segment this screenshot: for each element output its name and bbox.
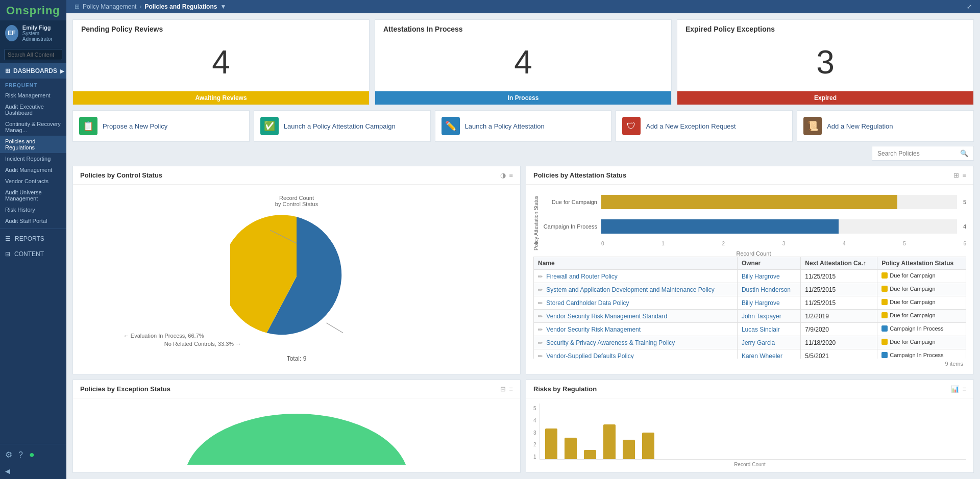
chart-attestation-status: Policies by Attestation Status ⊞ ≡ Polic… xyxy=(526,166,974,374)
propose-policy-button[interactable]: 📋 Propose a New Policy xyxy=(72,110,250,142)
breadcrumb: ⊞ Policy Management › Policies and Regul… xyxy=(75,3,226,10)
owner-link[interactable]: Karen Wheeler xyxy=(742,352,782,359)
policy-name-link[interactable]: Vendor Security Risk Management Standard xyxy=(546,313,667,320)
add-exception-request-button[interactable]: 🛡 Add a New Exception Request xyxy=(616,110,793,142)
dashboards-nav[interactable]: ⊞ DASHBOARDS ▶ xyxy=(0,63,66,79)
col-name[interactable]: Name xyxy=(534,257,738,270)
breadcrumb-policy-management[interactable]: Policy Management xyxy=(83,3,136,10)
topbar-expand-icon[interactable]: ⤢ xyxy=(967,3,972,10)
owner-link[interactable]: Dustin Henderson xyxy=(742,286,791,293)
chart-control-body: Record Countby Control Status ← Evaluati… xyxy=(73,185,520,372)
table-cell-status: Due for Campaign xyxy=(877,296,966,310)
dashboard-icon: ⊞ xyxy=(5,67,10,74)
edit-icon[interactable]: ✏ xyxy=(538,313,543,319)
col-owner[interactable]: Owner xyxy=(737,257,800,270)
menu-icon[interactable]: ≡ xyxy=(962,385,966,393)
owner-link[interactable]: Billy Hargrove xyxy=(742,273,780,280)
launch-attestation-campaign-button[interactable]: ✅ Launch a Policy Attestation Campaign xyxy=(254,110,431,142)
table-cell-date: 5/5/2021 xyxy=(801,349,877,359)
sidebar-item-risk-management[interactable]: Risk Management xyxy=(0,90,66,101)
sidebar-item-audit-universe[interactable]: Audit Universe Management xyxy=(0,187,66,204)
risk-bar-fill-3 xyxy=(584,450,596,459)
edit-icon[interactable]: ✏ xyxy=(538,273,543,280)
policy-name-link[interactable]: Security & Privacy Awareness & Training … xyxy=(546,339,675,346)
sidebar-item-risk-history[interactable]: Risk History xyxy=(0,204,66,215)
svg-point-2 xyxy=(184,414,409,465)
stat-footer-attestations[interactable]: In Process xyxy=(375,91,671,105)
app-logo-text: Onspring xyxy=(6,5,60,16)
risk-bar-3 xyxy=(584,450,596,459)
h-bar-track-process xyxy=(601,219,957,234)
risk-bar-6 xyxy=(642,433,654,459)
breadcrumb-dropdown-icon[interactable]: ▼ xyxy=(220,3,226,10)
user-name: Emily Figg xyxy=(22,24,61,31)
sidebar-item-audit-executive[interactable]: Audit Executive Dashboard xyxy=(0,101,66,118)
nav-item-label: Audit Universe Management xyxy=(5,189,61,201)
search-policies-icon[interactable]: 🔍 xyxy=(960,149,968,157)
policy-name-link[interactable]: System and Application Development and M… xyxy=(546,286,715,293)
col-status[interactable]: Policy Attestation Status xyxy=(877,257,966,270)
add-regulation-button[interactable]: 📜 Add a New Regulation xyxy=(797,110,974,142)
h-bar-label-due: Due for Campaign xyxy=(541,199,597,205)
launch-attestation-button[interactable]: ✏️ Launch a Policy Attestation xyxy=(435,110,612,142)
back-icon[interactable]: ◀ xyxy=(5,467,10,475)
launch-attestation-icon: ✏️ xyxy=(442,117,460,135)
table-cell-status: Campaign In Process xyxy=(877,349,966,359)
topbar-right: ⤢ xyxy=(967,3,972,10)
sidebar: Onspring EF Emily Figg System Administra… xyxy=(0,0,66,479)
policy-name-link[interactable]: Stored Cardholder Data Policy xyxy=(546,299,629,307)
pie-chart-container: Record Countby Control Status ← Evaluati… xyxy=(80,190,513,367)
pie-icon[interactable]: ◑ xyxy=(500,171,506,179)
bar-chart-icon[interactable]: 📊 xyxy=(951,385,959,393)
policy-name-link[interactable]: Vendor-Supplied Defaults Policy xyxy=(546,352,633,359)
chart-attestation-header: Policies by Attestation Status ⊞ ≡ xyxy=(526,166,973,185)
attestation-table-scroll[interactable]: Name Owner Next Attestation Ca.↑ Policy … xyxy=(533,257,966,359)
edit-icon[interactable]: ✏ xyxy=(538,353,543,359)
sidebar-search-input[interactable] xyxy=(4,49,62,60)
menu-icon[interactable]: ≡ xyxy=(509,385,513,393)
table-cell-date: 11/25/2015 xyxy=(801,283,877,296)
sidebar-item-audit-management[interactable]: Audit Management xyxy=(0,164,66,175)
sidebar-item-policies[interactable]: Policies and Regulations xyxy=(0,136,66,153)
owner-link[interactable]: Jerry Garcia xyxy=(742,339,775,346)
table-cell-date: 11/25/2015 xyxy=(801,270,877,283)
menu-icon[interactable]: ≡ xyxy=(962,171,966,179)
sidebar-item-incident[interactable]: Incident Reporting xyxy=(0,153,66,164)
help-icon[interactable]: ? xyxy=(18,450,23,460)
col-next-date[interactable]: Next Attestation Ca.↑ xyxy=(801,257,877,270)
filter-icon[interactable]: ⊟ xyxy=(500,385,506,393)
risk-bar-fill-1 xyxy=(545,428,557,459)
chart-control-header: Policies by Control Status ◑ ≡ xyxy=(73,166,520,185)
owner-link[interactable]: Billy Hargrove xyxy=(742,299,780,307)
table-row: ✏ Stored Cardholder Data Policy xyxy=(534,296,738,310)
edit-icon[interactable]: ✏ xyxy=(538,326,543,333)
policy-name-link[interactable]: Firewall and Router Policy xyxy=(546,273,617,280)
reports-nav[interactable]: ☰ REPORTS xyxy=(0,231,66,246)
edit-icon[interactable]: ✏ xyxy=(538,300,543,306)
status-badge: Due for Campaign xyxy=(881,299,935,305)
owner-link[interactable]: Lucas Sinclair xyxy=(742,326,780,333)
status-dot xyxy=(881,299,888,305)
table-icon[interactable]: ⊞ xyxy=(953,171,959,179)
sidebar-item-vendor-contracts[interactable]: Vendor Contracts xyxy=(0,175,66,187)
stat-footer-expired[interactable]: Expired xyxy=(677,91,973,105)
content-nav[interactable]: ⊟ CONTENT xyxy=(0,246,66,262)
risks-x-label: Record Count xyxy=(533,462,966,467)
sidebar-item-audit-staff[interactable]: Audit Staff Portal xyxy=(0,215,66,226)
policy-name-link[interactable]: Vendor Security Risk Management xyxy=(546,326,641,333)
h-bar-track-due xyxy=(601,195,957,209)
edit-icon[interactable]: ✏ xyxy=(538,340,543,346)
menu-icon[interactable]: ≡ xyxy=(509,171,513,179)
owner-link[interactable]: John Taxpayer xyxy=(742,313,781,320)
bar-x-axis: 0 1 2 3 4 5 6 xyxy=(601,239,966,248)
chart-exception-icons: ⊟ ≡ xyxy=(500,385,513,393)
stat-footer-pending[interactable]: Awaiting Reviews xyxy=(73,91,369,105)
settings-icon[interactable]: ⚙ xyxy=(5,450,12,460)
risk-bar-fill-5 xyxy=(623,440,635,459)
edit-icon[interactable]: ✏ xyxy=(538,287,543,293)
sidebar-item-continuity[interactable]: Continuity & Recovery Manag... xyxy=(0,118,66,136)
search-policies-input[interactable] xyxy=(877,150,957,157)
table-cell-date: 11/25/2015 xyxy=(801,296,877,310)
status-badge: Campaign In Process xyxy=(881,325,943,332)
stat-title-pending: Pending Policy Reviews xyxy=(73,20,369,33)
